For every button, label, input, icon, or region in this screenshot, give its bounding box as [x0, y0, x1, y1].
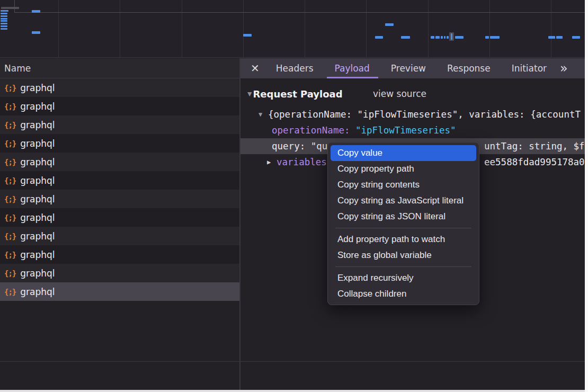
request-name-label: graphql	[20, 120, 55, 130]
waterfall-bar	[1, 25, 7, 27]
request-row[interactable]: {;}graphql	[0, 282, 239, 301]
column-header-label: Name	[4, 63, 31, 74]
waterfall-bar	[455, 36, 464, 39]
waterfall-bar	[435, 36, 440, 39]
column-header-name[interactable]: Name	[0, 58, 239, 78]
request-name-label: graphql	[20, 212, 55, 223]
json-braces-icon: {;}	[4, 176, 16, 185]
detail-tabbar: ✕ HeadersPayloadPreviewResponseInitiator…	[240, 58, 585, 78]
request-row[interactable]: {;}graphql	[0, 78, 239, 97]
view-source-link[interactable]: view source	[373, 84, 426, 103]
waterfall-bar	[556, 36, 563, 39]
menu-separator	[335, 266, 471, 267]
variables-text-right: ee5588fdad995178a0	[484, 154, 585, 170]
request-row[interactable]: {;}graphql	[0, 171, 239, 190]
page-background-edge	[585, 0, 588, 392]
query-text-right: untTag: string, $f	[484, 138, 585, 154]
menu-item-expand-recursively[interactable]: Expand recursively	[328, 270, 479, 286]
timeline-marker-vline	[14, 0, 15, 12]
json-braces-icon: {;}	[4, 269, 16, 278]
waterfall-bar	[1, 7, 19, 9]
section-collapse-icon[interactable]: ▼	[247, 91, 252, 97]
timeline-gridline	[428, 0, 429, 57]
network-overview-timeline[interactable]	[0, 0, 585, 58]
waterfall-bar	[32, 10, 40, 13]
waterfall-bar	[431, 36, 434, 39]
waterfall-bar	[447, 36, 449, 39]
json-braces-icon: {;}	[4, 121, 16, 129]
expand-arrow-icon[interactable]: ▶	[267, 154, 271, 170]
summary-bar-divider	[0, 361, 585, 362]
section-title: Request Payload	[253, 88, 342, 100]
tab-initiator[interactable]: Initiator	[512, 58, 547, 78]
waterfall-bar	[32, 31, 40, 34]
request-row[interactable]: {;}graphql	[0, 134, 239, 153]
json-braces-icon: {;}	[4, 102, 16, 111]
json-braces-icon: {;}	[4, 139, 16, 148]
menu-item-copy-property-path[interactable]: Copy property path	[328, 161, 479, 177]
json-braces-icon: {;}	[4, 158, 16, 166]
payload-root-line[interactable]: ▼ {operationName: "ipFlowTimeseries", va…	[240, 106, 585, 122]
payload-preview-text: {operationName: "ipFlowTimeseries", vari…	[268, 106, 581, 122]
waterfall-bar	[1, 13, 7, 14]
request-name-label: graphql	[20, 138, 55, 149]
payload-operation-line[interactable]: operationName: "ipFlowTimeseries"	[240, 122, 585, 138]
view-source-label: view source	[373, 88, 426, 99]
request-name-label: graphql	[20, 231, 55, 242]
waterfall-bar	[385, 23, 394, 26]
request-name-label: graphql	[20, 157, 55, 167]
timeline-marker-hline	[14, 12, 585, 13]
waterfall-bar	[444, 36, 446, 39]
waterfall-bar	[572, 36, 580, 39]
operation-value: "ipFlowTimeseries"	[355, 122, 456, 138]
waterfall-bar	[485, 36, 489, 39]
menu-item-copy-string-contents[interactable]: Copy string contents	[328, 177, 479, 193]
tab-payload[interactable]: Payload	[335, 58, 370, 78]
json-braces-icon: {;}	[4, 288, 16, 296]
request-name-label: graphql	[20, 250, 55, 260]
context-menu: Copy valueCopy property pathCopy string …	[327, 142, 479, 305]
request-name-label: graphql	[20, 175, 55, 186]
request-row[interactable]: {;}graphql	[0, 208, 239, 227]
tab-preview[interactable]: Preview	[391, 58, 426, 78]
request-row[interactable]: {;}graphql	[0, 153, 239, 171]
menu-item-copy-value[interactable]: Copy value	[331, 145, 476, 161]
menu-item-copy-string-as-javascript-literal[interactable]: Copy string as JavaScript literal	[328, 193, 479, 209]
json-braces-icon: {;}	[4, 195, 16, 203]
waterfall-bar	[375, 36, 383, 39]
request-payload-section[interactable]: ▼ Request Payload	[247, 84, 343, 103]
timeline-gridline	[120, 0, 120, 57]
menu-item-collapse-children[interactable]: Collapse children	[328, 286, 479, 302]
tab-response[interactable]: Response	[447, 58, 491, 78]
request-table: Name {;}graphql{;}graphql{;}graphql{;}gr…	[0, 58, 239, 390]
menu-item-store-as-global-variable[interactable]: Store as global variable	[328, 247, 479, 263]
timeline-gridline	[366, 0, 367, 57]
waterfall-bar	[1, 10, 8, 12]
timeline-gridline	[182, 0, 182, 57]
json-braces-icon: {;}	[4, 232, 16, 240]
timeline-gridline	[243, 0, 244, 57]
collapse-arrow-icon[interactable]: ▼	[259, 106, 262, 122]
request-row[interactable]: {;}graphql	[0, 190, 239, 208]
waterfall-bar	[1, 15, 7, 17]
waterfall-bar	[1, 18, 7, 20]
json-braces-icon: {;}	[4, 84, 16, 92]
request-row[interactable]: {;}graphql	[0, 97, 239, 115]
variables-key: variables	[277, 154, 327, 170]
waterfall-bar	[451, 33, 452, 40]
request-row[interactable]: {;}graphql	[0, 245, 239, 264]
tab-headers[interactable]: Headers	[276, 58, 314, 78]
more-tabs-icon[interactable]: »	[560, 61, 568, 76]
close-icon[interactable]: ✕	[251, 62, 260, 75]
request-row[interactable]: {;}graphql	[0, 264, 239, 282]
request-name-label: graphql	[20, 268, 55, 279]
menu-item-add-property-path-to-watch[interactable]: Add property path to watch	[328, 231, 479, 247]
menu-item-copy-string-as-json-literal[interactable]: Copy string as JSON literal	[328, 209, 479, 225]
request-name-label: graphql	[20, 83, 55, 93]
waterfall-bar	[490, 36, 500, 39]
request-row[interactable]: {;}graphql	[0, 115, 239, 134]
request-name-label: graphql	[20, 287, 55, 297]
request-row[interactable]: {;}graphql	[0, 227, 239, 245]
json-braces-icon: {;}	[4, 251, 16, 259]
timeline-gridline	[551, 0, 551, 57]
